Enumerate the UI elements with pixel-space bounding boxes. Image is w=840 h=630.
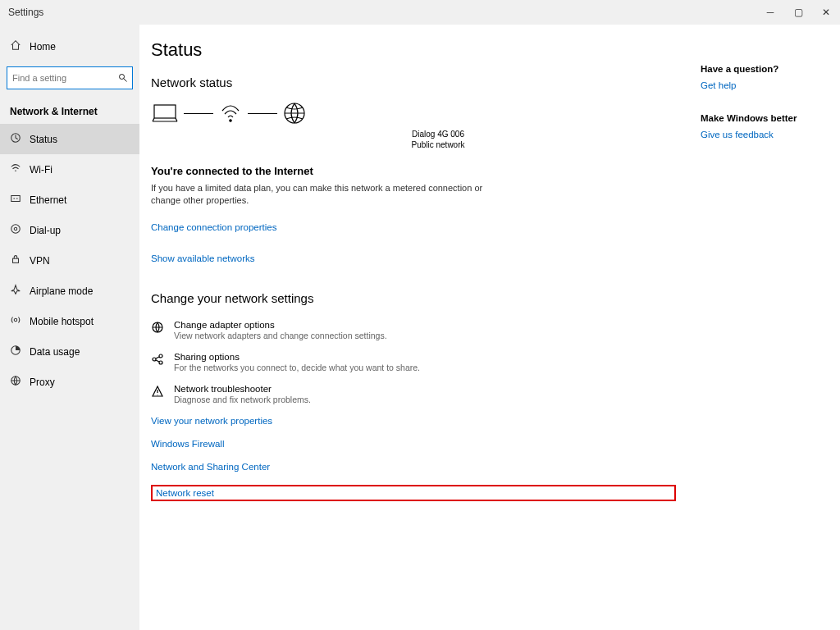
svg-point-15: [159, 361, 162, 364]
airplane-icon: [10, 284, 21, 298]
change-connection-link[interactable]: Change connection properties: [151, 222, 276, 232]
wifi-big-icon: [218, 103, 243, 124]
change-settings-heading: Change your network settings: [151, 291, 676, 305]
maximize-button[interactable]: ▢: [784, 0, 812, 25]
sidebar-item-label: Status: [30, 134, 57, 145]
option-desc: For the networks you connect to, decide …: [174, 363, 420, 372]
pc-icon: [151, 103, 179, 124]
sidebar-item-airplane[interactable]: Airplane mode: [0, 276, 139, 306]
proxy-icon: [10, 375, 21, 389]
svg-point-10: [230, 120, 231, 121]
option-title: Change adapter options: [174, 320, 387, 330]
sidebar-item-label: Ethernet: [30, 194, 66, 206]
dialup-icon: [10, 223, 21, 237]
sidebar: Home Network & Internet Status Wi-Fi Eth…: [0, 25, 139, 630]
sidebar-item-status[interactable]: Status: [0, 124, 139, 154]
svg-rect-5: [13, 258, 19, 262]
svg-rect-2: [11, 196, 21, 202]
vpn-icon: [10, 253, 21, 267]
globe-icon: [151, 321, 166, 340]
search-wrap: [7, 66, 133, 89]
sidebar-item-label: Dial-up: [30, 225, 61, 236]
view-properties-link[interactable]: View your network properties: [151, 416, 676, 426]
sidebar-item-ethernet[interactable]: Ethernet: [0, 185, 139, 215]
connector-line: [248, 113, 277, 114]
option-title: Network troubleshooter: [174, 384, 311, 394]
svg-point-14: [159, 354, 162, 358]
sidebar-item-proxy[interactable]: Proxy: [0, 367, 139, 397]
hotspot-icon: [10, 314, 21, 328]
datausage-icon: [10, 345, 21, 358]
connector-line: [184, 113, 213, 114]
svg-point-13: [153, 358, 156, 361]
home-label: Home: [30, 41, 56, 52]
better-heading: Make Windows better: [701, 113, 830, 123]
wifi-icon: [10, 162, 21, 176]
sidebar-item-dialup[interactable]: Dial-up: [0, 215, 139, 245]
get-help-link[interactable]: Get help: [701, 80, 830, 90]
network-type: Public network: [200, 139, 676, 150]
sharing-center-link[interactable]: Network and Sharing Center: [151, 462, 676, 472]
connected-heading: You're connected to the Internet: [151, 165, 676, 177]
right-column: Have a question? Get help Make Windows b…: [701, 25, 840, 630]
network-name: Dialog 4G 006: [200, 129, 676, 139]
connected-text: If you have a limited data plan, you can…: [151, 182, 495, 208]
title-bar: Settings ─ ▢ ✕: [0, 0, 840, 25]
main-content: Status Network status Dialog 4G 006 Publ…: [139, 25, 701, 630]
warning-icon: [151, 385, 166, 404]
sidebar-item-label: Data usage: [30, 346, 80, 358]
firewall-link[interactable]: Windows Firewall: [151, 439, 676, 449]
network-label: Dialog 4G 006 Public network: [200, 129, 676, 150]
svg-point-6: [14, 318, 17, 322]
sharing-option[interactable]: Sharing options For the networks you con…: [151, 352, 676, 372]
window-title: Settings: [8, 7, 43, 18]
bottom-links: View your network properties Windows Fir…: [151, 416, 676, 501]
svg-point-4: [14, 227, 17, 231]
network-diagram: [151, 101, 676, 126]
section-title: Network & Internet: [0, 98, 139, 124]
minimize-button[interactable]: ─: [756, 0, 784, 25]
question-heading: Have a question?: [701, 64, 830, 74]
status-icon: [10, 132, 21, 146]
home-icon: [10, 39, 21, 53]
option-desc: Diagnose and fix network problems.: [174, 395, 311, 404]
option-desc: View network adapters and change connect…: [174, 331, 387, 340]
change-adapter-option[interactable]: Change adapter options View network adap…: [151, 320, 676, 340]
sidebar-item-datausage[interactable]: Data usage: [0, 336, 139, 367]
globe-big-icon: [282, 101, 307, 126]
svg-point-3: [11, 225, 21, 234]
network-reset-link[interactable]: Network reset: [151, 485, 676, 501]
home-button[interactable]: Home: [0, 34, 139, 58]
ethernet-icon: [10, 193, 21, 207]
sidebar-item-label: Wi-Fi: [30, 164, 52, 176]
sidebar-item-label: Proxy: [30, 377, 55, 388]
troubleshooter-option[interactable]: Network troubleshooter Diagnose and fix …: [151, 384, 676, 404]
sidebar-item-hotspot[interactable]: Mobile hotspot: [0, 306, 139, 336]
sidebar-item-wifi[interactable]: Wi-Fi: [0, 154, 139, 185]
feedback-link[interactable]: Give us feedback: [701, 130, 830, 139]
sidebar-item-label: Mobile hotspot: [30, 316, 94, 327]
network-status-heading: Network status: [151, 75, 676, 89]
search-input[interactable]: [7, 66, 133, 89]
sidebar-item-label: VPN: [30, 255, 50, 267]
sidebar-item-label: Airplane mode: [30, 285, 93, 297]
option-title: Sharing options: [174, 352, 420, 362]
page-title: Status: [151, 39, 676, 61]
share-icon: [151, 353, 166, 372]
show-networks-link[interactable]: Show available networks: [151, 253, 255, 263]
sidebar-item-vpn[interactable]: VPN: [0, 245, 139, 276]
close-button[interactable]: ✕: [812, 0, 840, 25]
svg-rect-9: [154, 105, 176, 118]
